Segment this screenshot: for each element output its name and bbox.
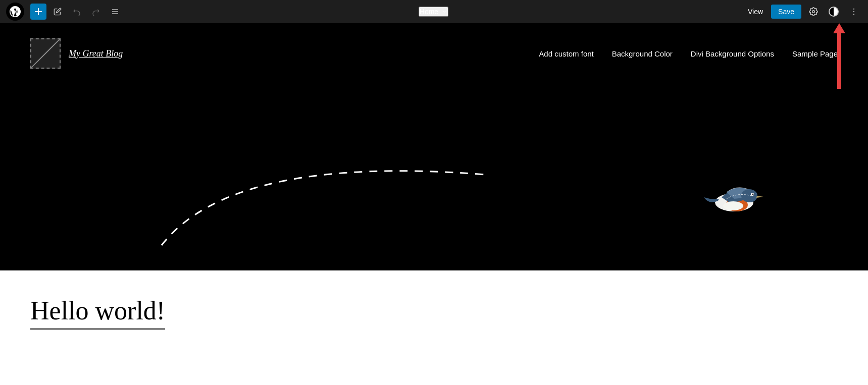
list-button[interactable] — [107, 4, 123, 20]
nav-item-sample-page[interactable]: Sample Page — [792, 49, 838, 58]
gear-icon — [809, 7, 818, 16]
nav-item-divi-background[interactable]: Divi Background Options — [691, 49, 774, 58]
svg-point-4 — [853, 9, 854, 10]
bird-svg — [699, 175, 770, 220]
more-icon — [849, 7, 858, 16]
svg-point-3 — [812, 11, 815, 13]
site-logo — [30, 38, 61, 69]
svg-point-12 — [723, 201, 743, 210]
list-icon — [111, 8, 119, 16]
hero-illustration — [0, 94, 868, 270]
site-logo-area: My Great Blog — [30, 38, 123, 69]
home-dropdown[interactable]: Home — [419, 7, 448, 17]
save-button[interactable]: Save — [771, 5, 801, 19]
svg-point-6 — [853, 14, 854, 15]
toolbar-right: View Save — [744, 4, 862, 20]
site-content: My Great Blog Add custom font Background… — [0, 23, 868, 385]
view-button[interactable]: View — [744, 6, 767, 18]
redo-icon — [92, 8, 100, 16]
site-header: My Great Blog Add custom font Background… — [0, 23, 868, 84]
undo-icon — [73, 8, 81, 16]
wp-logo[interactable] — [6, 3, 24, 21]
more-options-button[interactable] — [846, 4, 862, 20]
svg-point-9 — [741, 189, 757, 202]
svg-point-5 — [853, 11, 854, 12]
redo-button[interactable] — [88, 4, 104, 20]
chevron-down-icon — [441, 9, 447, 15]
wordpress-icon — [10, 6, 21, 17]
nav-item-add-custom-font[interactable]: Add custom font — [539, 49, 593, 58]
dashed-path-svg — [131, 114, 586, 255]
bird-illustration — [699, 175, 770, 220]
settings-button[interactable] — [805, 4, 822, 20]
page-heading: Hello world! — [30, 296, 165, 329]
toolbar: Home View Save — [0, 0, 868, 23]
site-nav: Add custom font Background Color Divi Ba… — [539, 49, 838, 58]
home-label-text: Home — [420, 8, 438, 16]
nav-item-background-color[interactable]: Background Color — [612, 49, 673, 58]
toolbar-left — [6, 3, 123, 21]
contrast-icon — [829, 7, 839, 17]
arrow-head — [833, 23, 845, 33]
add-block-button[interactable] — [30, 4, 46, 20]
svg-point-11 — [752, 194, 754, 195]
site-title: My Great Blog — [69, 48, 123, 59]
undo-button[interactable] — [69, 4, 85, 20]
contrast-button[interactable] — [826, 4, 842, 20]
white-section: Hello world! — [0, 270, 868, 385]
arrow-line — [837, 33, 841, 89]
pen-icon — [54, 8, 62, 16]
hero-section: My Great Blog Add custom font Background… — [0, 23, 868, 270]
plus-icon — [34, 8, 42, 16]
red-arrow-indicator — [833, 23, 845, 89]
toolbar-center: Home — [123, 7, 744, 17]
edit-button[interactable] — [49, 4, 66, 20]
